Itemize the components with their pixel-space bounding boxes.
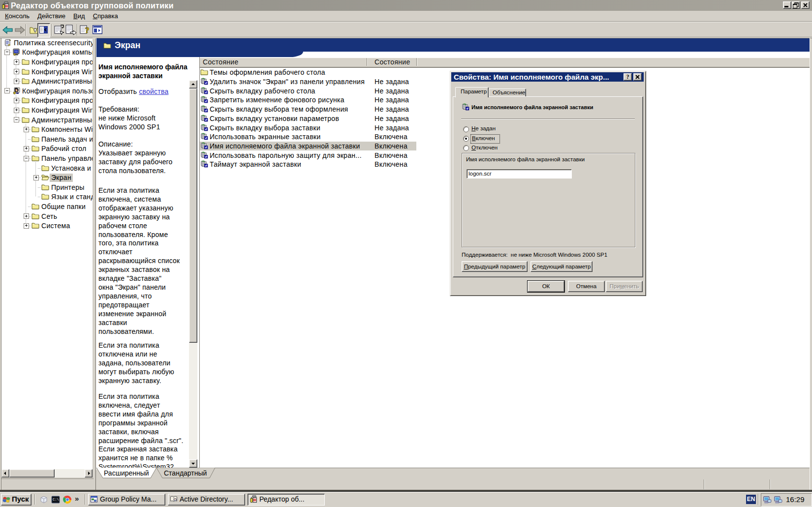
svg-text:Расширенный: Расширенный [104,469,149,477]
svg-text:Стандартный: Стандартный [164,469,207,477]
svg-text:C:\: C:\ [53,498,59,502]
svg-text:?: ? [85,26,90,35]
